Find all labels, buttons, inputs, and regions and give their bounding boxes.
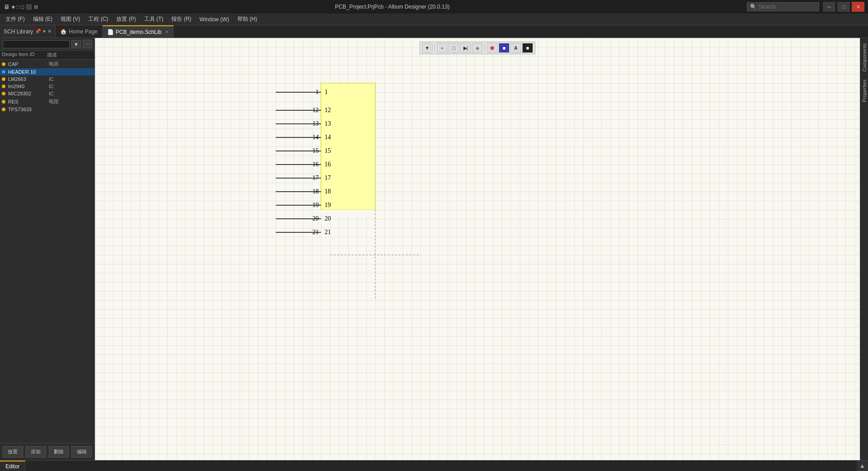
- menu-item-menu-window[interactable]: Window (W): [196, 15, 232, 24]
- place-button[interactable]: 放置: [3, 446, 23, 457]
- editor-scroll-up[interactable]: ▲: [857, 461, 868, 471]
- svg-text:20: 20: [325, 215, 331, 222]
- left-panel-buttons: 放置 添加 删除 编辑: [0, 443, 94, 460]
- list-item[interactable]: LM2663 IC: [0, 75, 94, 83]
- list-item[interactable]: HEADER 10: [0, 68, 94, 75]
- svg-text:1: 1: [325, 89, 328, 95]
- component-drawing: 1 12 13 14 15 16 17 18 19 20 21 1 12 13 …: [267, 74, 493, 278]
- toolbar-text-btn[interactable]: A: [510, 43, 521, 53]
- menu-item-menu-view[interactable]: 视图 (V): [57, 14, 84, 24]
- menu-item-menu-tools[interactable]: 工具 (T): [141, 14, 167, 24]
- canvas-toolbar: ▼ + □ ▶| ◆ ⬟ ■ A ■: [420, 42, 535, 54]
- item-desc: 电容: [49, 61, 93, 67]
- svg-rect-1: [321, 210, 375, 214]
- svg-text:13: 13: [312, 120, 319, 127]
- panel-pin-btn[interactable]: 📌: [35, 28, 41, 34]
- svg-text:21: 21: [325, 229, 331, 236]
- list-item[interactable]: RES 电阻: [0, 97, 94, 106]
- item-desc: 电阻: [49, 98, 93, 105]
- list-item[interactable]: CAP 电容: [0, 60, 94, 68]
- menu-item-menu-edit[interactable]: 编辑 (E): [29, 14, 56, 24]
- item-id: RES: [8, 99, 49, 104]
- add-button[interactable]: 添加: [26, 446, 46, 457]
- list-item[interactable]: MIC29302 IC: [0, 90, 94, 97]
- tabbar: SCH Library 📌 ▾ ✕ 🏠 Home Page 📄 PCB_demo…: [0, 25, 868, 38]
- side-tab-properties[interactable]: Properties: [861, 76, 868, 106]
- canvas-area[interactable]: ▼ + □ ▶| ◆ ⬟ ■ A ■: [95, 38, 860, 460]
- editor-tab-label: Editor: [5, 463, 19, 470]
- svg-text:18: 18: [325, 188, 331, 195]
- menubar: 文件 (F)编辑 (E)视图 (V)工程 (C)放置 (P)工具 (T)报告 (…: [0, 14, 868, 25]
- toolbar-erase-btn[interactable]: ⬟: [487, 43, 498, 53]
- svg-text:17: 17: [325, 174, 331, 181]
- toolbar-sep: [434, 44, 435, 52]
- item-id: CAP: [8, 61, 49, 67]
- search-icon: 🔍: [750, 4, 757, 10]
- item-indicator: [2, 70, 5, 74]
- menu-item-menu-file[interactable]: 文件 (F): [2, 14, 28, 24]
- search-box[interactable]: 🔍: [747, 2, 819, 11]
- toolbar-diamond-btn[interactable]: ◆: [472, 43, 483, 53]
- toolbar-fill-btn[interactable]: ■: [499, 43, 509, 53]
- toolbar-add-btn[interactable]: +: [437, 43, 448, 53]
- svg-text:18: 18: [312, 188, 319, 195]
- svg-text:16: 16: [325, 161, 331, 168]
- tab-schlib[interactable]: 📄 PCB_demo.SchLib ✕: [103, 25, 174, 38]
- panel-expand-btn[interactable]: ▾: [43, 28, 46, 34]
- panel-title-label: SCH Library: [4, 28, 33, 35]
- item-id: TPS73633: [8, 107, 49, 112]
- list-item[interactable]: TPS73633: [0, 106, 94, 113]
- side-tab-components[interactable]: Components: [861, 40, 868, 75]
- item-desc: IC: [49, 91, 93, 96]
- tab-schlib-label: PCB_demo.SchLib: [116, 29, 161, 35]
- svg-text:20: 20: [312, 215, 319, 222]
- item-indicator: [2, 92, 5, 95]
- tab-home[interactable]: 🏠 Home Page: [56, 25, 102, 38]
- tab-home-label: Home Page: [69, 28, 97, 35]
- tab-schlib-icon: 📄: [107, 29, 114, 35]
- item-indicator: [2, 100, 5, 104]
- tab-home-icon: 🏠: [60, 28, 67, 35]
- panel-title: SCH Library 📌 ▾ ✕: [0, 25, 56, 38]
- svg-text:19: 19: [312, 202, 319, 208]
- filter-btn[interactable]: ▼: [71, 40, 81, 48]
- component-search-input[interactable]: [3, 40, 70, 48]
- more-btn[interactable]: ⋯: [83, 40, 92, 48]
- toolbar-rect-btn[interactable]: □: [448, 43, 459, 53]
- item-indicator: [2, 62, 5, 66]
- list-item[interactable]: lm2940 IC: [0, 83, 94, 90]
- item-id: HEADER 10: [8, 69, 49, 75]
- editor-tab[interactable]: Editor: [0, 461, 25, 471]
- left-panel-header: ▼ ⋯: [0, 38, 94, 51]
- search-input[interactable]: [759, 4, 813, 10]
- item-id: LM2663: [8, 76, 49, 82]
- col-header-id: Design Item ID: [2, 52, 47, 58]
- titlebar: 🖥 ■ □ ◻ ⬛ ⊞ PCB_Project.PrjPcb - Altium …: [0, 0, 868, 14]
- svg-text:1: 1: [316, 89, 319, 95]
- item-desc: IC: [49, 84, 93, 89]
- win-close-btn[interactable]: ✕: [852, 2, 864, 12]
- menu-item-menu-report[interactable]: 报告 (R): [168, 14, 195, 24]
- item-indicator: [2, 108, 5, 111]
- toolbar-filter-btn[interactable]: ▼: [422, 43, 433, 53]
- col-header-desc: 描述: [47, 52, 93, 58]
- menu-item-menu-help[interactable]: 帮助 (H): [234, 14, 261, 24]
- win-maximize-btn[interactable]: □: [837, 2, 850, 12]
- svg-text:14: 14: [312, 134, 319, 141]
- item-indicator: [2, 77, 5, 81]
- menu-item-menu-place[interactable]: 放置 (P): [113, 14, 139, 24]
- editor-tab-bar: Editor ▲: [0, 461, 868, 471]
- titlebar-icons: 🖥 ■ □ ◻ ⬛ ⊞: [4, 3, 38, 10]
- column-headers: Design Item ID 描述: [0, 51, 94, 60]
- toolbar-block-btn[interactable]: ■: [522, 43, 533, 53]
- panel-close-btn[interactable]: ✕: [47, 28, 52, 34]
- titlebar-title: PCB_Project.PrjPcb - Altium Designer (20…: [38, 4, 747, 10]
- svg-text:15: 15: [325, 147, 331, 154]
- delete-button[interactable]: 删除: [49, 446, 69, 457]
- menu-item-menu-project[interactable]: 工程 (C): [85, 14, 112, 24]
- toolbar-arrow-btn[interactable]: ▶|: [460, 43, 471, 53]
- edit-component-button[interactable]: 编辑: [71, 446, 92, 457]
- svg-text:12: 12: [325, 107, 331, 113]
- win-minimize-btn[interactable]: ─: [823, 2, 835, 12]
- tab-schlib-close[interactable]: ✕: [165, 29, 169, 34]
